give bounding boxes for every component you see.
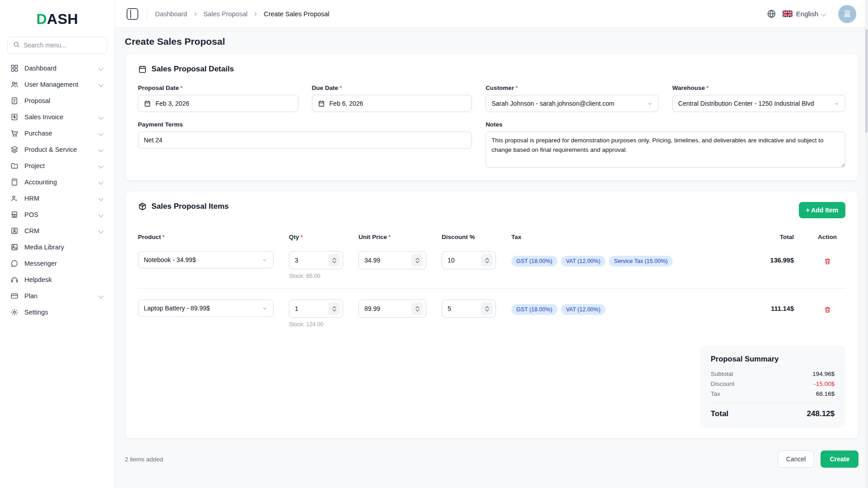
sidebar-item-purchase[interactable]: Purchase [7,125,107,141]
search-input[interactable] [24,42,101,49]
sidebar-item-label: Product & Service [24,146,94,153]
breadcrumb: Dashboard Sales Proposal Create Sales Pr… [155,10,330,18]
product-select[interactable]: Laptop Battery - 89.99$ [138,300,274,317]
delete-item-button[interactable] [822,256,833,267]
spinner-control[interactable] [328,302,340,315]
chevron-right-icon [253,11,258,17]
qty-value[interactable] [295,305,316,312]
sidebar-item-messenger[interactable]: Messenger [7,255,107,272]
headset-icon [10,275,19,284]
sidebar-item-crm[interactable]: CRM [7,223,107,239]
sidebar-toggle-icon[interactable] [127,8,138,20]
qty-stepper[interactable] [289,300,343,318]
spinner-control[interactable] [481,302,493,315]
spinner-control[interactable] [411,302,423,315]
unit-price-value[interactable] [364,257,385,264]
subtotal-label: Subtotal [711,371,733,377]
items-section-header: Sales Proposal Items [138,202,229,211]
sidebar-item-label: Dashboard [24,65,94,72]
discount-stepper[interactable] [442,300,496,318]
proposal-date-value[interactable] [156,100,292,107]
calendar-icon [318,100,325,107]
sidebar-search[interactable] [7,37,107,54]
unit-price-value[interactable] [364,305,385,312]
spinner-control[interactable] [481,254,493,267]
required-mark: * [515,84,518,91]
col-tax: Tax [511,234,724,240]
sidebar-item-label: Purchase [24,130,94,137]
sidebar-item-pos[interactable]: POS [7,206,107,223]
qty-stepper[interactable] [289,251,343,269]
chevron-down-icon [262,257,268,263]
scrollbar[interactable] [865,0,868,488]
customer-select[interactable]: Sarah Johnson - sarah.johnson@client.com [486,95,659,112]
sidebar-item-label: CRM [24,227,94,235]
sales-proposal-details-card: Sales Proposal Details Proposal Date* Du… [125,53,859,181]
person-icon [10,194,19,203]
qty-value[interactable] [295,257,316,264]
calculator-icon [10,178,19,187]
spinner-control[interactable] [411,254,423,267]
proposal-date-input[interactable] [138,95,298,112]
sidebar-item-settings[interactable]: Settings [7,304,107,320]
payment-terms-value[interactable] [144,136,466,144]
sidebar-item-project[interactable]: Project [7,158,107,174]
total-value: 248.12$ [807,409,835,418]
company-logo-icon [842,9,852,19]
product-select[interactable]: Notebook - 34.99$ [138,251,274,268]
due-date-value[interactable] [330,100,467,107]
globe-icon[interactable] [767,9,776,19]
due-date-input[interactable] [312,95,472,112]
language-selector[interactable]: English [783,10,827,18]
topbar: Dashboard Sales Proposal Create Sales Pr… [115,0,868,28]
chevron-down-icon [98,163,103,168]
discount-value[interactable] [448,305,468,312]
unit-price-stepper[interactable] [359,300,426,318]
notes-textarea[interactable]: This proposal is prepared for demonstrat… [486,131,845,168]
avatar[interactable] [838,5,856,23]
tax-badge: VAT (12.00%) [561,256,605,267]
brand-logo-ash: ASH [47,11,78,27]
breadcrumb-dashboard[interactable]: Dashboard [155,10,187,18]
brand-logo-d: D [36,11,47,27]
create-button[interactable]: Create [821,450,859,468]
breadcrumb-sales-proposal[interactable]: Sales Proposal [203,10,248,18]
payment-terms-input[interactable] [138,131,472,149]
discount-value[interactable] [448,257,468,264]
sidebar-item-sales-invoice[interactable]: Sales Invoice [7,109,107,125]
sidebar-item-proposal[interactable]: Proposal [7,93,107,109]
details-section-title: Sales Proposal Details [151,65,234,74]
sidebar-nav: Dashboard User Management Proposal Sales… [7,60,107,320]
sidebar-item-hrm[interactable]: HRM [7,190,107,206]
sidebar: DASH Dashboard User Management Proposal … [0,0,115,488]
discount-value: -15.00$ [814,380,835,387]
sidebar-item-media-library[interactable]: Media Library [7,239,107,255]
uk-flag-icon [783,10,793,17]
warehouse-select[interactable]: Central Distribution Center - 1250 Indus… [672,95,845,112]
unit-price-stepper[interactable] [359,251,426,269]
product-selected-value: Notebook - 34.99$ [144,256,196,263]
required-mark: * [388,234,391,240]
sidebar-item-product-service[interactable]: Product & Service [7,141,107,158]
page-title: Create Sales Proposal [125,36,859,47]
dashboard-icon [10,64,19,73]
col-qty: Qty [289,234,299,240]
col-action: Action [809,234,845,240]
sidebar-item-plan[interactable]: Plan [7,288,107,304]
brand-logo: DASH [7,11,107,28]
cancel-button[interactable]: Cancel [778,450,815,468]
customer-label: Customer [486,84,514,91]
spinner-control[interactable] [328,254,340,267]
delete-item-button[interactable] [822,304,833,315]
scrollbar-thumb[interactable] [865,29,868,133]
sidebar-item-accounting[interactable]: Accounting [7,174,107,190]
required-mark: * [706,84,708,91]
sidebar-item-user-management[interactable]: User Management [7,76,107,93]
discount-stepper[interactable] [442,251,496,269]
search-icon [13,41,20,50]
add-item-button[interactable]: + Add Item [799,202,845,218]
sidebar-item-helpdesk[interactable]: Helpdesk [7,272,107,288]
tax-badge: Service Tax (15.00%) [609,256,673,267]
sidebar-item-dashboard[interactable]: Dashboard [7,60,107,76]
gear-icon [10,308,19,317]
